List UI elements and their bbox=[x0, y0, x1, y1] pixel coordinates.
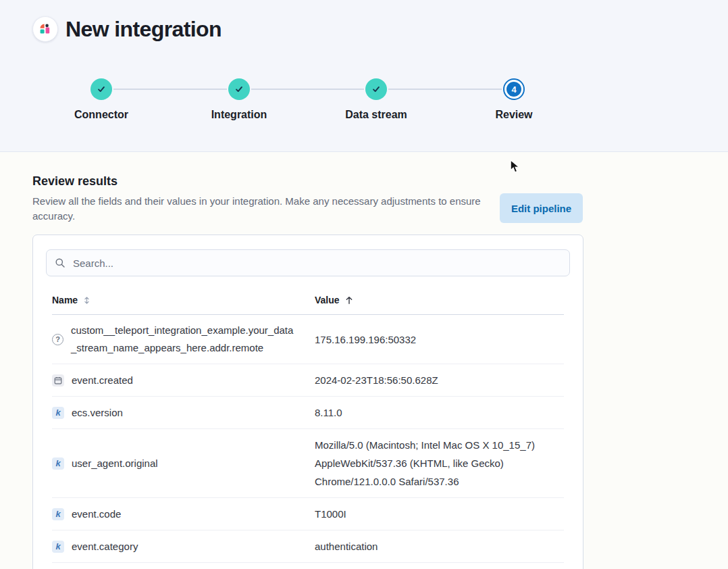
step-label: Integration bbox=[182, 109, 296, 121]
field-name-cell: event.created bbox=[52, 372, 315, 389]
field-value: 2024-02-23T18:56:50.628Z bbox=[315, 371, 564, 389]
keyword-icon: k bbox=[52, 508, 64, 520]
column-header-value[interactable]: Value bbox=[315, 295, 354, 305]
field-value: 175.16.199.196:50332 bbox=[315, 330, 564, 349]
column-label: Name bbox=[52, 295, 78, 305]
step-complete-check-icon bbox=[90, 78, 112, 100]
step-label: Data stream bbox=[319, 109, 434, 121]
step-data-stream-item[interactable]: Data stream bbox=[319, 78, 434, 121]
field-name-cell: ? custom__teleport_integration_example.y… bbox=[52, 322, 315, 357]
field-value: authentication bbox=[315, 537, 564, 555]
edit-pipeline-button[interactable]: Edit pipeline bbox=[500, 193, 583, 223]
review-description: Review all the fields and their values i… bbox=[32, 194, 486, 224]
brand: New integration bbox=[32, 16, 222, 42]
sort-both-icon bbox=[82, 296, 91, 305]
step-review-item[interactable]: 4 Review bbox=[457, 78, 571, 121]
page-title: New integration bbox=[66, 17, 222, 42]
field-name-cell: k event.category bbox=[52, 538, 315, 555]
calendar-icon bbox=[52, 374, 64, 387]
field-name: custom__teleport_integration_example.you… bbox=[71, 322, 298, 357]
field-table-rows: ? custom__teleport_integration_example.y… bbox=[52, 315, 564, 563]
field-table-header: Name Value bbox=[52, 295, 564, 315]
search-box[interactable] bbox=[46, 249, 570, 276]
table-row: k event.category authentication bbox=[52, 530, 564, 563]
field-value: Mozilla/5.0 (Macintosh; Intel Mac OS X 1… bbox=[315, 436, 564, 491]
review-heading: Review results bbox=[32, 174, 118, 189]
table-row: k user_agent.original Mozilla/5.0 (Macin… bbox=[52, 429, 564, 498]
column-label: Value bbox=[315, 295, 340, 305]
field-name: event.created bbox=[72, 372, 133, 389]
question-icon: ? bbox=[52, 334, 63, 345]
table-row: event.created 2024-02-23T18:56:50.628Z bbox=[52, 364, 564, 397]
field-name: user_agent.original bbox=[72, 455, 158, 472]
column-header-name[interactable]: Name bbox=[52, 295, 315, 305]
review-section: Review results Review all the fields and… bbox=[0, 152, 728, 569]
field-table: Name Value ? custom__teleport_integratio… bbox=[46, 295, 570, 563]
step-connector-item[interactable]: Connector bbox=[44, 78, 159, 121]
search-input[interactable] bbox=[72, 257, 561, 270]
keyword-icon: k bbox=[52, 541, 64, 553]
step-complete-check-icon bbox=[365, 78, 387, 100]
step-complete-check-icon bbox=[228, 78, 250, 100]
sort-asc-icon bbox=[344, 295, 354, 305]
field-name: event.category bbox=[72, 538, 138, 555]
step-integration-item[interactable]: Integration bbox=[182, 78, 296, 121]
field-value: T1000I bbox=[315, 505, 564, 523]
step-label: Connector bbox=[44, 109, 159, 121]
search-icon bbox=[55, 257, 66, 268]
field-name-cell: k user_agent.original bbox=[52, 455, 315, 472]
table-row: ? custom__teleport_integration_example.y… bbox=[52, 315, 564, 364]
field-name: ecs.version bbox=[72, 404, 123, 422]
field-name: event.code bbox=[72, 505, 121, 523]
field-name-cell: k event.code bbox=[52, 505, 315, 523]
table-row: k ecs.version 8.11.0 bbox=[52, 397, 564, 429]
keyword-icon: k bbox=[52, 457, 64, 470]
step-label: Review bbox=[457, 109, 571, 121]
table-row: k event.code T1000I bbox=[52, 498, 564, 530]
results-card: Name Value ? custom__teleport_integratio… bbox=[32, 234, 583, 569]
wizard-header: New integration Connector Integration Da… bbox=[0, 0, 728, 152]
step-current-number-badge: 4 bbox=[503, 78, 525, 100]
step-number: 4 bbox=[506, 82, 521, 97]
field-value: 8.11.0 bbox=[315, 403, 564, 422]
field-name-cell: k ecs.version bbox=[52, 404, 315, 422]
keyword-icon: k bbox=[52, 407, 64, 419]
elastic-logo-icon bbox=[32, 16, 58, 42]
